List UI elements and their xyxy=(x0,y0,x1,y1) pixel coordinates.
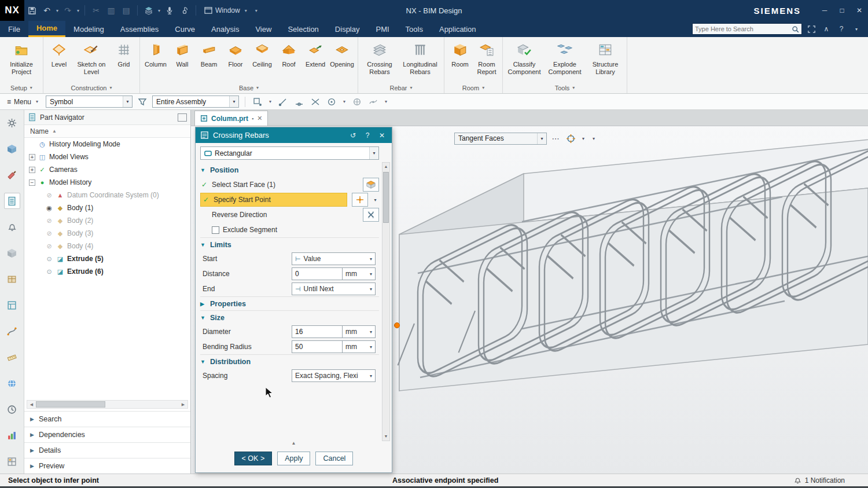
tree-item-model-views[interactable]: + ◫ Model Views xyxy=(24,151,190,163)
menu-item-selection[interactable]: Selection xyxy=(279,21,326,37)
ok-button[interactable]: < OK > xyxy=(234,452,273,465)
ribbon-group-label-setup[interactable]: Setup▾ xyxy=(0,82,43,93)
dialog-resize-handle-icon[interactable]: ▲ xyxy=(292,441,296,446)
measure-button[interactable] xyxy=(4,349,20,365)
roof-button[interactable]: Roof xyxy=(275,39,302,80)
history-button[interactable] xyxy=(4,401,20,417)
tree-item-cameras[interactable]: + ✓ Cameras xyxy=(24,163,190,176)
sketch-on-level-button[interactable]: Sketch on Level xyxy=(72,39,111,80)
paste-button[interactable]: ▤ xyxy=(119,3,133,18)
visible-icon[interactable]: ⊙ xyxy=(45,255,53,263)
tree-item-datum-csys[interactable]: ⊘ ▲ Datum Coordinate System (0) xyxy=(24,189,190,201)
menu-item-assemblies[interactable]: Assemblies xyxy=(112,21,167,37)
menu-item-view[interactable]: View xyxy=(247,21,279,37)
help-caret-icon[interactable]: ▾ xyxy=(851,23,862,35)
classify-component-button[interactable]: Classify Component xyxy=(505,39,543,80)
tree-item-body-1[interactable]: ◉ ◆ Body (1) xyxy=(24,201,190,214)
undo-caret-icon[interactable]: ▾ xyxy=(54,8,60,13)
apply-button[interactable]: Apply xyxy=(277,452,310,465)
scrollbar-thumb[interactable] xyxy=(36,401,105,408)
solid-body-button[interactable] xyxy=(4,245,20,261)
menu-dropdown[interactable]: ≡ Menu ▾ xyxy=(5,98,42,106)
combobox-caret-icon[interactable]: ▾ xyxy=(229,96,238,107)
notifications-button[interactable] xyxy=(4,219,20,235)
orbit-button[interactable] xyxy=(564,132,577,145)
tree-item-body-3[interactable]: ⊘ ◆ Body (3) xyxy=(24,227,190,240)
menu-item-application[interactable]: Application xyxy=(431,21,484,37)
search-icon[interactable] xyxy=(792,25,799,33)
opening-button[interactable]: Opening xyxy=(329,39,355,80)
section-position[interactable]: ▼ Position xyxy=(200,163,379,177)
close-button[interactable]: ✕ xyxy=(851,0,868,21)
exclude-segment-row[interactable]: Exclude Segment xyxy=(200,222,379,237)
point-dialog-button[interactable] xyxy=(352,193,368,207)
initialize-project-button[interactable]: Initialize Project xyxy=(2,39,41,80)
help-button[interactable]: ? xyxy=(836,23,847,35)
tree-item-body-2[interactable]: ⊘ ◆ Body (2) xyxy=(24,214,190,227)
section-details[interactable]: ▶ Details xyxy=(24,442,190,458)
tree-item-body-4[interactable]: ⊘ ◆ Body (4) xyxy=(24,240,190,252)
combobox-caret-icon[interactable]: ▾ xyxy=(537,133,546,144)
midpoint-snap-button[interactable] xyxy=(293,96,306,108)
touch-mode-button[interactable] xyxy=(178,3,192,18)
bending-radius-input[interactable] xyxy=(295,343,339,351)
more-options-button[interactable]: ⋯ xyxy=(549,132,562,145)
suppressed-icon[interactable]: ⊘ xyxy=(45,192,53,199)
tree-item-extrude-5[interactable]: ⊙ ◪ Extrude (5) xyxy=(24,252,190,265)
tree-item-model-history[interactable]: − ● Model History xyxy=(24,176,190,189)
endpoint-snap-button[interactable] xyxy=(277,96,289,108)
combobox-caret-icon[interactable]: ▾ xyxy=(123,96,132,107)
select-face-button[interactable] xyxy=(363,178,379,192)
roles-gear-button[interactable] xyxy=(4,115,20,131)
ceiling-button[interactable]: Ceiling xyxy=(249,39,275,80)
specify-start-point-row[interactable]: ✓ Specify Start Point ▾ xyxy=(200,192,379,207)
dialog-reset-button[interactable]: ↺ xyxy=(348,131,358,140)
scrollbar-track[interactable] xyxy=(36,401,179,408)
longitudinal-rebars-button[interactable]: Longitudinal Rebars xyxy=(399,39,442,80)
room-button[interactable]: Room xyxy=(447,39,473,80)
diameter-input[interactable] xyxy=(295,328,339,336)
tree-column-header[interactable]: Name ▲ xyxy=(24,125,190,138)
explode-component-button[interactable]: Explode Component xyxy=(543,39,586,80)
undo-button[interactable]: ↶ xyxy=(40,3,54,18)
combobox-caret-icon[interactable]: ▾ xyxy=(367,271,372,277)
dialog-scrollbar[interactable]: ▲ ▼ xyxy=(382,162,390,441)
floor-button[interactable]: Floor xyxy=(222,39,249,80)
distance-input[interactable] xyxy=(295,270,339,278)
scroll-right-icon[interactable]: ▶ xyxy=(179,402,187,407)
active-step-highlight[interactable]: ✓ Specify Start Point xyxy=(200,193,347,207)
save-button[interactable] xyxy=(25,3,39,18)
ribbon-group-label-construction[interactable]: Construction▾ xyxy=(43,82,139,93)
orbit-caret-icon[interactable]: ▾ xyxy=(579,132,587,145)
section-preview[interactable]: ▶ Preview xyxy=(24,458,190,474)
suppressed-icon[interactable]: ⊘ xyxy=(45,243,53,250)
visible-icon[interactable]: ⊙ xyxy=(45,268,53,276)
extend-button[interactable]: Extend xyxy=(302,39,329,80)
notification-area[interactable]: 1 Notification xyxy=(794,476,845,485)
point-on-curve-button[interactable] xyxy=(367,96,380,108)
scroll-down-icon[interactable]: ▼ xyxy=(384,432,388,441)
combobox-caret-icon[interactable]: ▾ xyxy=(369,147,378,159)
layers-caret-icon[interactable]: ▾ xyxy=(156,8,162,13)
section-size[interactable]: ▼ Size xyxy=(200,310,379,324)
tree-item-extrude-6[interactable]: ⊙ ◪ Extrude (6) xyxy=(24,265,190,278)
dialog-header[interactable]: Crossing Rebars ↺ ? ✕ xyxy=(196,127,392,143)
menu-item-analysis[interactable]: Analysis xyxy=(203,21,247,37)
assembly-navigator-button[interactable] xyxy=(4,141,20,157)
undock-panel-button[interactable] xyxy=(178,113,187,122)
crossing-rebars-button[interactable]: Crossing Rebars xyxy=(361,39,399,80)
scroll-up-icon[interactable]: ▲ xyxy=(384,163,388,171)
diameter-input-field[interactable] xyxy=(292,325,343,338)
minimize-button[interactable]: ─ xyxy=(816,0,833,21)
diameter-unit-combobox[interactable]: mm ▾ xyxy=(343,325,376,338)
ribbon-group-label-base[interactable]: Base▾ xyxy=(140,82,358,93)
structure-library-button[interactable]: Structure Library xyxy=(586,39,624,80)
section-properties[interactable]: ▶ Properties xyxy=(200,296,379,310)
minimize-ribbon-button[interactable]: ∧ xyxy=(821,23,832,35)
menu-item-tools[interactable]: Tools xyxy=(398,21,431,37)
suppressed-icon[interactable]: ⊘ xyxy=(45,230,53,237)
menu-item-file[interactable]: File xyxy=(0,21,28,37)
rebar-type-combobox[interactable]: Rectangular ▾ xyxy=(200,146,379,160)
spacing-combobox[interactable]: Exact Spacing, Flexi ▾ xyxy=(292,369,376,382)
level-button[interactable]: Level xyxy=(46,39,72,80)
